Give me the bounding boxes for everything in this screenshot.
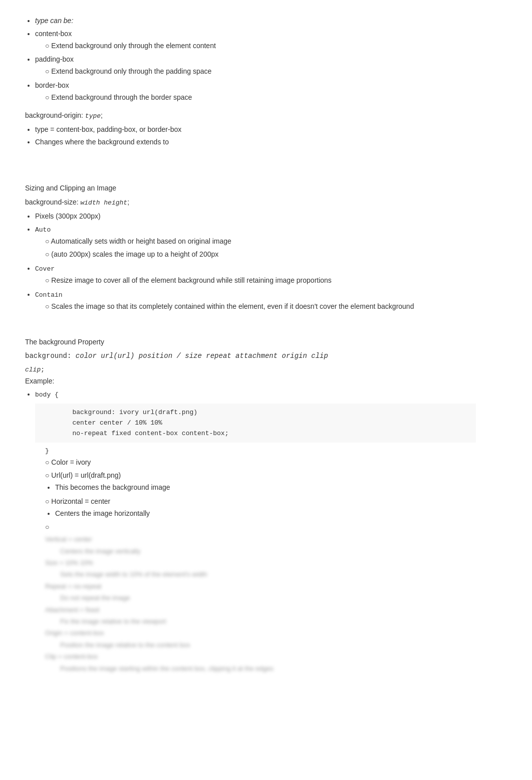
content-box-desc: Extend background only through the eleme…: [45, 40, 476, 52]
bg-size-label: background-size:: [25, 198, 81, 206]
auto-label: Auto: [35, 226, 51, 234]
type-list: type can be: content-box Extend backgrou…: [35, 15, 476, 104]
contain-desc: Scales the image so that its completely …: [45, 301, 476, 313]
bg-size-params: width height: [81, 199, 128, 207]
clip-italic: clip: [25, 366, 41, 373]
bg-shorthand-prefix: background:: [25, 352, 76, 360]
border-box-item: border-box Extend background through the…: [35, 80, 476, 104]
bg-origin-line: background-origin: type;: [25, 110, 476, 122]
bg-origin-semi: ;: [101, 111, 103, 119]
example-details: Color = ivory Url(url) = url(draft.png) …: [45, 457, 476, 674]
auto-desc2: (auto 200px) scales the image up to a he…: [45, 249, 476, 261]
blurred-section: Vertical = center Centers the image vert…: [45, 521, 476, 674]
example-label: Example:: [25, 375, 476, 387]
contain-label: Contain: [35, 291, 63, 299]
border-box-desc: Extend background through the border spa…: [45, 92, 476, 104]
contain-sub: Scales the image so that its completely …: [45, 301, 476, 313]
cover-item: Cover Resize image to cover all of the e…: [35, 263, 476, 287]
cover-desc: Resize image to cover all of the element…: [45, 275, 476, 287]
type-values-item: type = content-box, padding-box, or bord…: [35, 124, 476, 136]
code-block: background: ivory url(draft.png) center …: [35, 404, 476, 443]
bg-size-line: background-size: width height;: [25, 197, 476, 209]
blurred-content: Vertical = center Centers the image vert…: [45, 533, 476, 674]
auto-item: Auto Automatically sets width or height …: [35, 224, 476, 261]
contain-item: Contain Scales the image so that its com…: [35, 289, 476, 313]
bg-shorthand-params: color url(url) position / size repeat at…: [76, 352, 328, 360]
url-item: Url(url) = url(draft.png) This becomes t…: [45, 470, 476, 494]
horizontal-desc: Centers the image horizontally: [55, 508, 476, 520]
type-can-be-item: type can be:: [35, 15, 476, 27]
bg-origin-list: type = content-box, padding-box, or bord…: [35, 124, 476, 149]
auto-desc1: Automatically sets width or height based…: [45, 236, 476, 248]
padding-box-sub: Extend background only through the paddi…: [45, 66, 476, 78]
sizing-title: Sizing and Clipping an Image: [25, 182, 476, 194]
pixels-item: Pixels (300px 200px): [35, 211, 476, 223]
content-box-item: content-box Extend background only throu…: [35, 28, 476, 52]
main-content: type can be: content-box Extend backgrou…: [25, 15, 476, 674]
border-box-sub: Extend background through the border spa…: [45, 92, 476, 104]
size-list: Pixels (300px 200px) Auto Automatically …: [35, 211, 476, 312]
color-item: Color = ivory: [45, 457, 476, 469]
horizontal-sub: Centers the image horizontally: [55, 508, 476, 520]
padding-box-desc: Extend background only through the paddi…: [45, 66, 476, 78]
auto-sub: Automatically sets width or height based…: [45, 236, 476, 261]
url-desc: This becomes the background image: [55, 482, 476, 494]
content-box-sub: Extend background only through the eleme…: [45, 40, 476, 52]
bg-property-title: The background Property: [25, 336, 476, 348]
body-close: }: [45, 446, 476, 457]
bg-origin-label: background-origin:: [25, 111, 85, 119]
horizontal-item: Horizontal = center Centers the image ho…: [45, 496, 476, 520]
body-open: body {: [35, 391, 59, 399]
padding-box-item: padding-box Extend background only throu…: [35, 54, 476, 78]
content-box-label: content-box: [35, 30, 72, 38]
url-sub: This becomes the background image: [55, 482, 476, 494]
example-list: body { background: ivory url(draft.png) …: [35, 388, 476, 674]
changes-where-item: Changes where the background extends to: [35, 136, 476, 148]
horizontal-label: Horizontal = center: [51, 497, 110, 505]
padding-box-label: padding-box: [35, 55, 74, 63]
example-body-item: body { background: ivory url(draft.png) …: [35, 388, 476, 674]
url-label: Url(url) = url(draft.png): [51, 471, 121, 479]
bg-shorthand-line: background: color url(url) position / si…: [25, 350, 476, 362]
border-box-label: border-box: [35, 81, 69, 89]
type-italic: type can be:: [35, 17, 73, 25]
cover-sub: Resize image to cover all of the element…: [45, 275, 476, 287]
cover-label: Cover: [35, 265, 55, 273]
bg-shorthand-semi-line: clip;: [25, 364, 476, 375]
bg-size-semi: ;: [127, 198, 129, 206]
bg-origin-type: type: [85, 112, 101, 120]
